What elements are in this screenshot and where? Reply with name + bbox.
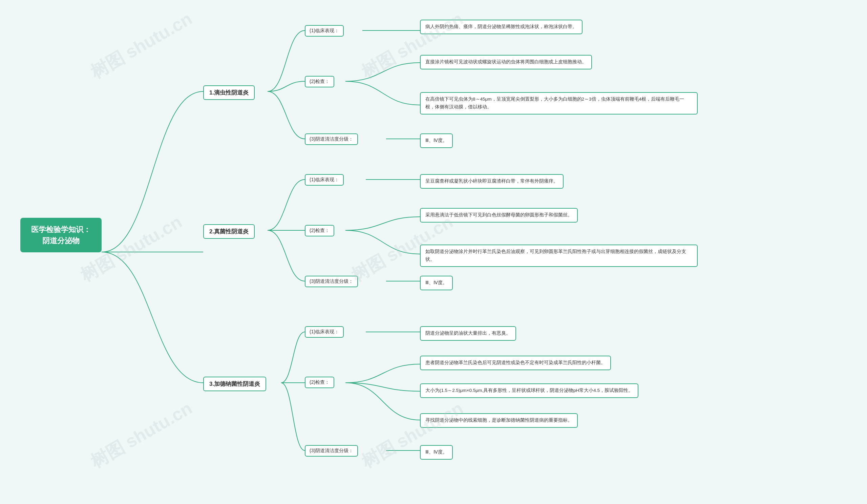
branch3-child1-label: (1)临床表现： [305,326,344,338]
branch3-child2-content1: 患者阴道分泌物革兰氏染色后可见阴道性或染色不定有时可染成革兰氏阳性的小杆菌。 [420,356,611,370]
branch2-child2-label: (2)检查： [305,225,334,236]
branch1-child1-content: 病人外阴灼热痛、瘙痒，阴道分泌物呈稀脓性或泡沫状，称泡沫状白带。 [420,20,582,34]
branch1-child2-content2: 在高倍镜下可见虫体为8～45μm，呈顶宽尾尖倒置梨形，大小多为白细胞的2～3倍，… [420,92,698,115]
branch1-child2-label: (2)检查： [305,76,334,87]
branch1-l1: 1.滴虫性阴道炎 [203,85,255,100]
branch3-child2-content3: 寻找阴道分泌物中的线索细胞，是诊断加德钠菌性阴道病的重要指标。 [420,413,578,428]
watermark-1: 树图 shutu.cn [86,7,196,84]
branch1-child2-content1: 直接涂片镜检可见波动状或螺旋状运动的虫体将周围白细胞或上皮细胞推动。 [420,55,592,69]
branch3-l1: 3.加德钠菌性阴道炎 [203,377,266,391]
branch2-child3-content: Ⅲ、Ⅳ度。 [420,276,453,290]
branch3-child3-content: Ⅲ、Ⅳ度。 [420,445,453,460]
branch3-child2-content2: 大小为(1.5～2.5)μm×0.5μm,具有多形性，呈杆状或球杆状，阴道分泌物… [420,384,639,398]
branch2-l1: 2.真菌性阴道炎 [203,224,255,239]
branch1-child1-label: (1)临床表现： [305,25,344,36]
watermark-5: 树图 shutu.cn [86,397,196,474]
branch1-child3-content: Ⅲ、Ⅳ度。 [420,133,453,148]
branch3-child3-label: (3)阴道清洁度分级： [305,445,358,457]
watermark-6: 树图 shutu.cn [357,397,467,474]
mind-map: 医学检验学知识：阴道分泌物 1.滴虫性阴道炎 (1)临床表现： 病人外阴灼热痛、… [0,0,867,504]
branch2-child2-content2: 如取阴道分泌物涂片并时行革兰氏染色后油观察，可见到卵圆形革兰氏阳性孢子或与出芽细… [420,245,698,267]
branch1-child3-label: (3)阴道清洁度分级： [305,133,358,145]
branch2-child1-content: 呈豆腐查样或凝乳状小碎块即豆腐渣样白带，常伴有外阴瘙痒。 [420,174,564,189]
watermark-2: 树图 shutu.cn [357,7,467,84]
branch3-child1-content: 阴道分泌物呈奶油状大量排出，有恶臭。 [420,326,516,341]
branch2-child3-label: (3)阴道清洁度分级： [305,276,358,287]
root-node: 医学检验学知识：阴道分泌物 [20,218,101,252]
branch3-child2-label: (2)检查： [305,377,334,388]
branch2-child1-label: (1)临床表现： [305,174,344,186]
branch2-child2-content1: 采用悬滴法于低倍镜下可见到白色丝假酵母菌的卵圆形孢子和假菌丝。 [420,208,578,223]
